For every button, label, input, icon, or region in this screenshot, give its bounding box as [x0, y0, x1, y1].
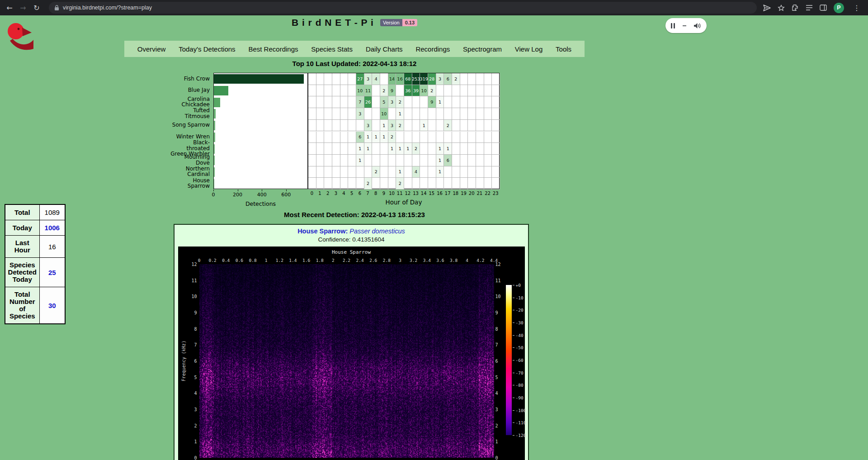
reload-icon[interactable]: ↻: [31, 2, 42, 14]
spec-x-tick: 1: [265, 258, 268, 263]
browser-menu-icon[interactable]: ⋮: [851, 2, 863, 14]
heatmap-cell: [396, 132, 404, 143]
hour-heatmap: 2734141668253319283621011293639102726532…: [308, 73, 500, 189]
heatmap-cell: [332, 155, 340, 166]
heatmap-cell: 2: [428, 85, 436, 97]
nav-item-tools[interactable]: Tools: [556, 45, 571, 53]
colorbar-tick-mark: [513, 385, 514, 385]
browser-toolbar: ← → ↻ virginia.birdnetpi.com/?stream=pla…: [0, 0, 868, 15]
nav-item-species-stats[interactable]: Species Stats: [311, 45, 353, 53]
heatmap-cell: [436, 120, 444, 132]
heatmap-cell: [428, 166, 436, 178]
heatmap-cell: 6: [356, 132, 364, 143]
spec-y-tick: 9: [186, 310, 197, 315]
stat-value[interactable]: 1006: [39, 220, 65, 236]
heatmap-cell: [428, 108, 436, 120]
profile-avatar[interactable]: P: [834, 3, 844, 13]
heatmap-cell: [428, 155, 436, 166]
spec-y-tick: 8: [495, 326, 506, 331]
address-bar[interactable]: virginia.birdnetpi.com/?stream=play: [49, 2, 757, 14]
species-bar: [214, 156, 215, 165]
heatmap-cell: [444, 96, 452, 108]
heatmap-cell: 10: [380, 108, 388, 120]
species-bar: [214, 74, 304, 84]
spec-y-tick: 0: [495, 455, 506, 460]
heatmap-cell: [476, 85, 484, 97]
bookmark-star-icon[interactable]: [778, 5, 785, 11]
nav-item-today-s-detections[interactable]: Today's Detections: [179, 45, 235, 53]
heatmap-cell: 1: [444, 143, 452, 155]
stat-value[interactable]: 25: [39, 258, 65, 287]
heatmap-cell: [372, 155, 380, 166]
stat-value[interactable]: 30: [39, 287, 65, 324]
hour-tick: 17: [445, 191, 451, 196]
detection-common-name-link[interactable]: House Sparrow:: [297, 228, 348, 235]
heatmap-cell: 1: [436, 96, 444, 108]
heatmap-cell: [340, 155, 349, 166]
spec-y-tick: 11: [186, 278, 197, 283]
species-bar: [214, 121, 215, 130]
colorbar-tick-mark: [513, 285, 514, 285]
heatmap-cell: [380, 155, 388, 166]
main-nav: OverviewToday's DetectionsBest Recording…: [124, 41, 585, 57]
nav-item-view-log[interactable]: View Log: [515, 45, 542, 53]
heatmap-cell: 1: [364, 132, 373, 143]
colorbar-tick: -60: [516, 358, 524, 363]
heatmap-cell: 1: [380, 120, 388, 132]
heatmap-cell: [348, 85, 356, 97]
reading-list-icon[interactable]: [806, 5, 813, 11]
heatmap-cell: [332, 178, 340, 190]
spectrogram-y-axis-left: 1211109876543210: [186, 247, 197, 460]
hour-tick: 11: [397, 191, 403, 196]
forward-icon[interactable]: →: [17, 2, 29, 14]
nav-item-best-recordings[interactable]: Best Recordings: [248, 45, 298, 53]
bar-tick-mark: [213, 190, 214, 191]
spec-x-tick: 1.8: [316, 258, 324, 263]
nav-item-recordings[interactable]: Recordings: [415, 45, 450, 53]
species-label: Carolina Chickadee: [170, 96, 212, 108]
colorbar-tick-mark: [513, 360, 514, 360]
colorbar-tick-mark: [513, 310, 514, 310]
heatmap-cell: [308, 120, 316, 132]
heatmap-cell: [492, 166, 500, 178]
heatmap-cell: [420, 96, 428, 108]
heatmap-cell: [444, 132, 452, 143]
side-panel-icon[interactable]: [820, 5, 827, 11]
nav-item-spectrogram[interactable]: Spectrogram: [463, 45, 502, 53]
nav-item-daily-charts[interactable]: Daily Charts: [366, 45, 403, 53]
heatmap-cell: [316, 155, 325, 166]
heatmap-cell: [308, 132, 316, 143]
heatmap-cell: [476, 120, 484, 132]
species-label: Black-throated Green Warbler: [170, 142, 212, 154]
nav-item-overview[interactable]: Overview: [137, 45, 166, 53]
heatmap-cell: [404, 108, 412, 120]
heatmap-cell: [492, 73, 500, 85]
spec-x-tick: 4.2: [476, 258, 484, 263]
heatmap-cell: 6: [444, 155, 452, 166]
colorbar-tick: -70: [516, 370, 524, 375]
extensions-icon[interactable]: [792, 4, 799, 11]
heatmap-cell: [404, 166, 412, 178]
heatmap-cell: [492, 108, 500, 120]
heatmap-cell: [340, 96, 349, 108]
detection-scientific-name-link[interactable]: Passer domesticus: [349, 228, 405, 235]
heatmap-cell: [348, 108, 356, 120]
spec-y-tick: 6: [186, 359, 197, 364]
heatmap-cell: 1: [372, 132, 380, 143]
heatmap-cell: 39: [412, 85, 420, 97]
spec-x-tick: 2.8: [383, 258, 391, 263]
heatmap-cell: [364, 155, 373, 166]
heatmap-cell: 36: [404, 85, 412, 97]
heatmap-cell: [324, 96, 332, 108]
heatmap-cell: [388, 166, 396, 178]
heatmap-cell: 3: [356, 108, 364, 120]
back-icon[interactable]: ←: [4, 2, 15, 14]
heatmap-cell: [356, 178, 364, 190]
heatmap-cell: [452, 178, 460, 190]
heatmap-cell: [380, 143, 388, 155]
send-icon[interactable]: [763, 5, 771, 11]
heatmap-cell: [476, 73, 484, 85]
heatmap-cell: 2: [412, 143, 420, 155]
spec-y-tick: 12: [186, 262, 197, 267]
hour-tick: 22: [485, 191, 491, 196]
